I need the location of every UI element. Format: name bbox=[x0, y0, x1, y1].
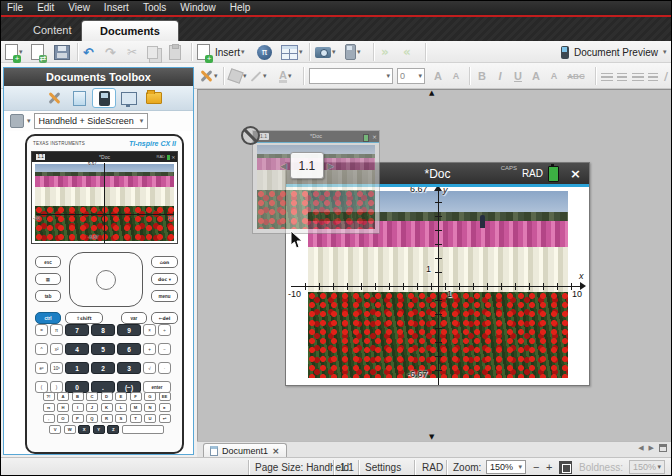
text-color-button[interactable]: A▾ bbox=[279, 67, 291, 85]
key-on[interactable]: ⌂on bbox=[151, 256, 178, 268]
tab-content-explorer[interactable] bbox=[142, 88, 166, 108]
screen-capture-button[interactable]: ▾ bbox=[315, 43, 336, 61]
key-√[interactable]: √ bbox=[143, 362, 156, 374]
menu-insert[interactable]: Insert bbox=[104, 2, 129, 13]
key-eˣ[interactable]: eˣ bbox=[35, 362, 48, 374]
close-icon[interactable]: × bbox=[570, 164, 581, 184]
key-G[interactable]: G bbox=[144, 392, 156, 401]
key-8[interactable]: 8 bbox=[91, 324, 115, 336]
menu-edit[interactable]: Edit bbox=[37, 2, 54, 13]
collapse-bottom-handle[interactable]: ▼ bbox=[429, 434, 434, 441]
key-×[interactable]: × bbox=[143, 324, 156, 336]
align-justify-button[interactable] bbox=[648, 69, 658, 87]
key-scratchpad[interactable]: ▦ bbox=[35, 273, 61, 285]
menu-file[interactable]: File bbox=[7, 2, 23, 13]
key-5[interactable]: 5 bbox=[91, 343, 115, 355]
key-del[interactable]: ←del bbox=[151, 312, 178, 324]
touchpad[interactable] bbox=[69, 252, 143, 307]
key-P[interactable]: P bbox=[72, 414, 84, 423]
key-9[interactable]: 9 bbox=[117, 324, 141, 336]
view-selector[interactable]: Handheld + SideScreen ▾ bbox=[34, 113, 149, 129]
calculator-emulator[interactable]: TEXAS INSTRUMENTS TI-nspire CX II 1.1 *D… bbox=[25, 134, 184, 454]
document1-tab[interactable]: Document1 × bbox=[203, 443, 287, 458]
key-^[interactable]: ^ bbox=[35, 343, 48, 355]
menu-view[interactable]: View bbox=[68, 2, 90, 13]
key-▸[interactable]: ▸ bbox=[159, 403, 171, 412]
key-T[interactable]: T bbox=[130, 414, 142, 423]
key-U[interactable]: U bbox=[144, 414, 156, 423]
subscript-button[interactable]: A bbox=[547, 67, 561, 85]
send-to-handheld-button[interactable]: » bbox=[381, 43, 389, 61]
key-M[interactable]: M bbox=[130, 403, 142, 412]
key-Y[interactable]: Y bbox=[93, 425, 105, 434]
key-I[interactable]: I bbox=[72, 403, 84, 412]
key-x²[interactable]: x² bbox=[50, 343, 63, 355]
key-4[interactable]: 4 bbox=[65, 343, 89, 355]
align-right-button[interactable] bbox=[632, 69, 644, 87]
tab-page-sorter[interactable] bbox=[67, 88, 91, 108]
line-color-button[interactable]: ▾ bbox=[255, 67, 267, 85]
bold-button[interactable]: B bbox=[475, 67, 489, 85]
key-Z[interactable]: Z bbox=[107, 425, 119, 434]
menu-window[interactable]: Window bbox=[180, 2, 216, 13]
tools-menu-button[interactable]: ▾ bbox=[199, 67, 218, 85]
key-S[interactable]: S bbox=[115, 414, 127, 423]
cut-button[interactable]: ✂ bbox=[127, 43, 137, 61]
copy-button[interactable] bbox=[147, 43, 158, 61]
grow-font-button[interactable]: A bbox=[431, 67, 445, 85]
key-N[interactable]: N bbox=[144, 403, 156, 412]
key-,[interactable]: , bbox=[43, 414, 55, 423]
menu-tools[interactable]: Tools bbox=[143, 2, 166, 13]
document-canvas[interactable]: ▲ ▼ *Doc CAPS RAD × bbox=[197, 89, 672, 441]
key-D[interactable]: D bbox=[101, 392, 113, 401]
key-menu[interactable]: menu bbox=[151, 290, 178, 302]
key-doc[interactable]: doc ▾ bbox=[151, 273, 178, 285]
key-÷[interactable]: ÷ bbox=[158, 324, 171, 336]
tab-tinspire-emulator[interactable] bbox=[92, 88, 116, 108]
key-2[interactable]: 2 bbox=[91, 362, 115, 374]
align-center-button[interactable] bbox=[617, 69, 627, 87]
key-3[interactable]: 3 bbox=[117, 362, 141, 374]
save-button[interactable] bbox=[54, 43, 70, 61]
key-π[interactable]: π bbox=[43, 403, 55, 412]
redo-button[interactable]: ↷ bbox=[105, 43, 116, 61]
scroll-tabs-right-icon[interactable]: ▶ bbox=[649, 444, 654, 452]
zoom-select[interactable]: 150% ▾ bbox=[486, 460, 526, 474]
key-H[interactable]: H bbox=[57, 403, 69, 412]
superscript-button[interactable]: A bbox=[529, 67, 543, 85]
handheld-setup-button[interactable]: ▾ bbox=[345, 43, 361, 61]
fit-to-screen-button[interactable] bbox=[559, 461, 572, 474]
clear-format-button[interactable]: / bbox=[662, 67, 670, 85]
zoom-out-button[interactable]: − bbox=[533, 458, 539, 476]
document-preview-control[interactable]: Document Preview ▾ bbox=[561, 43, 666, 61]
key-E[interactable]: E bbox=[115, 392, 127, 401]
math-template-button[interactable]: π bbox=[257, 43, 272, 61]
tab-documents[interactable]: Documents bbox=[81, 20, 179, 42]
key-X[interactable]: X bbox=[78, 425, 90, 434]
key-L[interactable]: L bbox=[115, 403, 127, 412]
collapse-toolbar-handle[interactable]: ▲ bbox=[429, 90, 434, 97]
key-Q[interactable]: Q bbox=[86, 414, 98, 423]
strikethrough-button[interactable]: ABC bbox=[565, 67, 587, 85]
key-A[interactable]: A bbox=[57, 392, 69, 401]
menu-help[interactable]: Help bbox=[230, 2, 251, 13]
key-7[interactable]: 7 bbox=[65, 324, 89, 336]
key-V[interactable]: V bbox=[49, 425, 61, 434]
key-var[interactable]: var bbox=[121, 312, 147, 324]
key-J[interactable]: J bbox=[86, 403, 98, 412]
insert-button[interactable]: + Insert ▾ bbox=[197, 43, 245, 61]
italic-button[interactable]: I bbox=[493, 67, 507, 85]
align-left-button[interactable] bbox=[601, 69, 613, 87]
key-10ˣ[interactable]: 10ˣ bbox=[50, 362, 63, 374]
key-↩[interactable]: ↩ bbox=[159, 414, 171, 423]
paste-button[interactable] bbox=[169, 43, 181, 61]
emulator-screen[interactable]: 1.1 *Doc RAD × 6.67 -10 10 -6.67 bbox=[31, 151, 178, 244]
key-π[interactable]: π bbox=[50, 324, 63, 336]
window-list-icon[interactable] bbox=[659, 444, 667, 452]
new-document-button[interactable]: +▾ bbox=[5, 43, 23, 61]
key-F[interactable]: F bbox=[130, 392, 142, 401]
shrink-font-button[interactable]: A bbox=[449, 67, 463, 85]
fill-color-button[interactable]: ▾ bbox=[229, 67, 247, 85]
key-1[interactable]: 1 bbox=[65, 362, 89, 374]
undo-button[interactable]: ↶ bbox=[83, 43, 94, 61]
